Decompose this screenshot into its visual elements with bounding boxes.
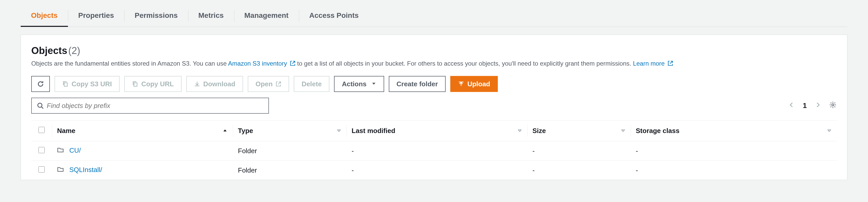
learn-more-link[interactable]: Learn more [633,60,673,67]
column-name-label: Name [57,127,75,135]
download-button[interactable]: Download [186,76,243,92]
external-link-icon [290,59,296,69]
actions-label: Actions [342,80,366,88]
folder-icon [57,147,66,155]
upload-label: Upload [467,80,490,88]
cell-storage-class: - [630,161,837,180]
desc-text-2: to get a list of all objects in your buc… [297,60,633,67]
row-checkbox[interactable] [38,147,45,153]
column-type[interactable]: Type [233,121,346,141]
search-input[interactable] [47,102,263,110]
gear-icon [829,101,837,109]
cell-last-modified: - [346,161,527,180]
tabs: Objects Properties Permissions Metrics M… [21,5,847,27]
cell-type: Folder [233,141,346,161]
select-all-checkbox[interactable] [38,127,45,133]
cell-size: - [527,161,630,180]
filter-icon [621,127,625,135]
panel-description: Objects are the fundamental entities sto… [31,59,837,69]
object-link[interactable]: SQLInstall/ [69,166,102,174]
cell-last-modified: - [346,141,527,161]
external-link-icon [668,59,673,69]
copy-s3-uri-label: Copy S3 URI [71,80,112,88]
upload-icon [458,81,464,87]
settings-button[interactable] [829,101,837,110]
sort-asc-icon [222,127,227,135]
column-size-label: Size [532,127,546,135]
external-link-icon [276,81,281,87]
search-row: 1 [31,98,837,114]
search-box[interactable] [31,98,269,114]
svg-point-3 [832,104,834,106]
column-name[interactable]: Name [52,121,233,141]
svg-rect-1 [134,83,137,87]
delete-label: Delete [302,80,322,88]
tab-permissions[interactable]: Permissions [124,5,188,27]
next-page-button[interactable] [814,102,821,110]
open-button[interactable]: Open [248,76,289,92]
refresh-button[interactable] [31,76,50,92]
actions-button[interactable]: Actions [334,76,384,92]
learn-more-text: Learn more [633,60,665,67]
download-label: Download [203,80,235,88]
copy-url-button[interactable]: Copy URL [124,76,182,92]
tab-management[interactable]: Management [234,5,299,27]
caret-down-icon [371,80,376,88]
object-count: (2) [68,45,80,56]
column-size[interactable]: Size [527,121,630,141]
column-last-modified[interactable]: Last modified [346,121,527,141]
svg-point-2 [38,103,42,107]
objects-table: Name Type Last modified [31,121,837,180]
upload-button[interactable]: Upload [450,76,498,92]
objects-panel: Objects (2) Objects are the fundamental … [21,35,847,180]
copy-url-label: Copy URL [141,80,174,88]
cell-type: Folder [233,161,346,180]
filter-icon [518,127,522,135]
tab-access-points[interactable]: Access Points [299,5,369,27]
download-icon [194,81,200,87]
copy-icon [62,81,68,87]
table-row: CU/ Folder - - - [31,141,837,161]
filter-icon [337,127,341,135]
panel-title: Objects [31,45,67,56]
tab-objects[interactable]: Objects [21,5,68,27]
open-label: Open [255,80,273,88]
page-number: 1 [803,102,807,110]
inventory-link-text: Amazon S3 inventory [228,60,287,67]
select-all-header [31,121,52,141]
copy-s3-uri-button[interactable]: Copy S3 URI [55,76,120,92]
tab-metrics[interactable]: Metrics [188,5,234,27]
delete-button[interactable]: Delete [294,76,330,92]
inventory-link[interactable]: Amazon S3 inventory [228,60,297,67]
pagination: 1 [788,101,837,110]
cell-storage-class: - [630,141,837,161]
search-icon [37,102,44,109]
folder-icon [57,167,66,174]
column-storage-class[interactable]: Storage class [630,121,837,141]
column-type-label: Type [238,127,253,135]
filter-icon [827,127,832,135]
table-row: SQLInstall/ Folder - - - [31,161,837,180]
create-folder-button[interactable]: Create folder [389,76,445,92]
row-checkbox[interactable] [38,166,45,173]
create-folder-label: Create folder [397,80,438,88]
panel-header: Objects (2) [31,45,837,56]
tab-properties[interactable]: Properties [68,5,125,27]
column-last-modified-label: Last modified [351,127,395,135]
refresh-icon [37,80,44,88]
toolbar: Copy S3 URI Copy URL Download Open [31,76,837,92]
cell-size: - [527,141,630,161]
svg-rect-0 [64,83,67,87]
prev-page-button[interactable] [788,102,795,110]
column-storage-class-label: Storage class [636,127,679,135]
desc-text-1: Objects are the fundamental entities sto… [31,60,228,67]
object-link[interactable]: CU/ [69,146,81,154]
copy-icon [132,81,138,87]
